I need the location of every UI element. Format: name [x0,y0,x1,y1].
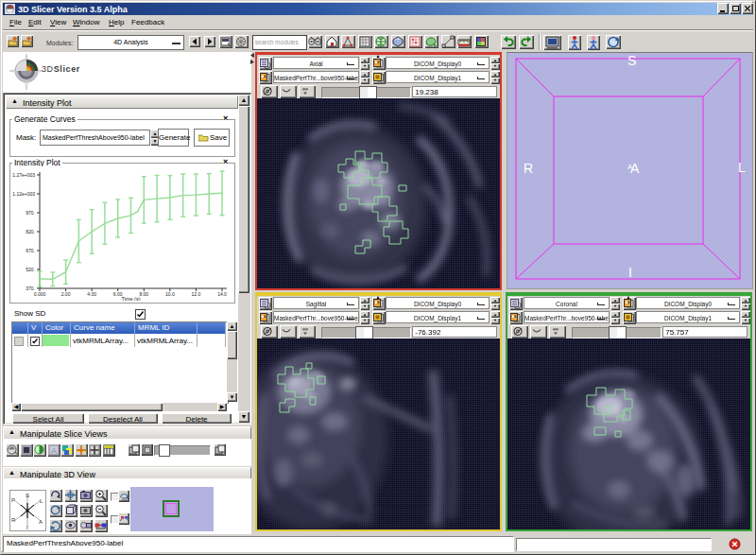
svg-text:12.0: 12.0 [192,291,201,297]
svg-text:520.: 520. [26,267,35,272]
svg-text:Time (s): Time (s) [122,296,141,301]
svg-text:0.000: 0.000 [34,291,46,297]
svg-text:670.: 670. [26,248,35,253]
svg-text:S: S [627,53,636,68]
svg-text:360: 360 [121,497,129,502]
svg-text:2.00: 2.00 [61,291,71,297]
svg-text:8.00: 8.00 [139,291,148,297]
svg-text:970.: 970. [26,210,35,216]
svg-text:A: A [51,446,57,456]
svg-text:1.12e+003: 1.12e+003 [12,191,35,197]
svg-text:S: S [26,493,29,498]
svg-text:R: R [524,161,533,176]
svg-text:10.0: 10.0 [165,291,175,297]
svg-text:1.27e+003: 1.27e+003 [12,172,35,178]
svg-text:820.: 820. [26,229,35,234]
svg-text:14.0: 14.0 [217,291,227,297]
svg-text:A: A [627,163,633,171]
svg-text:L: L [738,160,746,175]
svg-text:4.00: 4.00 [87,291,96,297]
svg-text:P: P [11,497,15,503]
svg-text:R: R [11,517,16,523]
svg-text:I: I [628,265,632,280]
svg-text:L: L [40,498,43,504]
svg-text:A: A [39,519,43,525]
svg-text:I: I [26,525,28,530]
